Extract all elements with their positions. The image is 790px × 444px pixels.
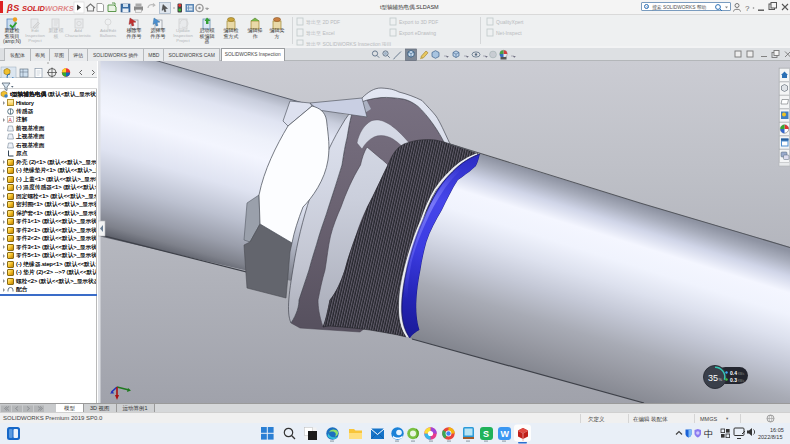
svg-text:0.4: 0.4 (730, 370, 737, 376)
svg-text:%: % (719, 377, 723, 382)
svg-text:中: 中 (704, 429, 713, 439)
svg-text:35: 35 (708, 373, 718, 383)
svg-text:W: W (501, 429, 510, 439)
svg-text:2022/8/15: 2022/8/15 (758, 434, 782, 440)
svg-text:A: A (8, 117, 12, 123)
svg-text:S: S (483, 429, 489, 439)
svg-text:SOLIDWORKS: SOLIDWORKS (22, 4, 74, 13)
svg-text:KB/s: KB/s (738, 379, 745, 383)
svg-text:βS: βS (6, 2, 20, 13)
svg-text:?: ? (745, 4, 750, 13)
svg-text:0.3: 0.3 (730, 377, 737, 383)
svg-text:KB/s: KB/s (738, 372, 745, 376)
svg-text:16:05: 16:05 (770, 427, 784, 433)
